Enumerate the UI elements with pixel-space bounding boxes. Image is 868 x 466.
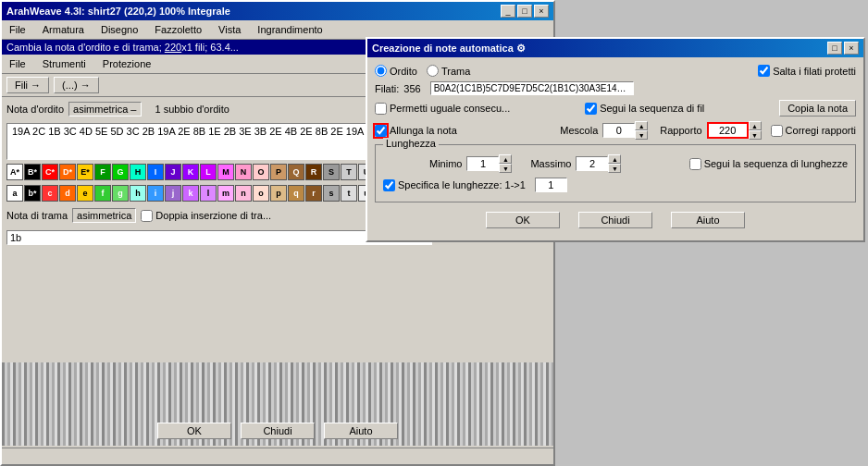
- salta-filati-checkbox[interactable]: [758, 65, 770, 77]
- dialog-title-bar: Creazione di note automatica ⚙ □ ×: [367, 39, 863, 57]
- specifica-label[interactable]: Specifica le lunghezze: 1->1: [383, 179, 526, 191]
- color-cell-lower[interactable]: p: [270, 185, 287, 202]
- color-cell-upper[interactable]: M: [217, 164, 234, 180]
- color-cell-lower[interactable]: l: [200, 185, 217, 202]
- rapporto-up-button[interactable]: ▲: [749, 121, 762, 130]
- minimo-down-button[interactable]: ▼: [499, 164, 512, 173]
- color-cell-upper[interactable]: H: [130, 164, 146, 180]
- dialog-chiudi-button[interactable]: Chiudi: [578, 212, 652, 228]
- corregi-checkbox[interactable]: [771, 125, 783, 137]
- minimo-input[interactable]: [466, 156, 499, 171]
- color-cell-lower[interactable]: e: [77, 185, 93, 202]
- color-cell-lower[interactable]: c: [42, 185, 58, 202]
- permetti-label[interactable]: Permetti uguale consecu...: [375, 103, 510, 115]
- permetti-checkbox[interactable]: [375, 103, 387, 115]
- allunga-checkbox[interactable]: [375, 125, 387, 137]
- color-cell-lower[interactable]: s: [323, 185, 340, 202]
- dialog-title-text-label: Creazione di note automatica: [372, 43, 514, 54]
- color-cell-lower[interactable]: r: [305, 185, 322, 202]
- color-cell-lower[interactable]: i: [147, 185, 164, 202]
- color-cell-lower[interactable]: h: [130, 185, 146, 202]
- color-cell-upper[interactable]: A*: [6, 164, 23, 180]
- aiuto-button-main[interactable]: Aiuto: [324, 423, 398, 439]
- color-cell-lower[interactable]: a: [6, 185, 23, 202]
- close-main-button[interactable]: ×: [534, 5, 549, 18]
- color-cell-upper[interactable]: P: [270, 164, 287, 180]
- allunga-label[interactable]: Allunga la nota: [375, 125, 457, 137]
- color-cell-upper[interactable]: S: [323, 164, 340, 180]
- status-bottom: [2, 448, 553, 464]
- color-cell-upper[interactable]: I: [147, 164, 164, 180]
- dialog-maximize-button[interactable]: □: [827, 42, 842, 55]
- copia-nota-button[interactable]: Copia la nota: [779, 100, 856, 116]
- color-cell-upper[interactable]: C*: [42, 164, 58, 180]
- menu-ingrandimento[interactable]: Ingrandimento: [254, 22, 326, 37]
- color-cell-upper[interactable]: T: [341, 164, 357, 180]
- color-cell-lower[interactable]: o: [253, 185, 269, 202]
- fili-button[interactable]: Fili →: [6, 77, 49, 93]
- maximize-button[interactable]: □: [517, 5, 532, 18]
- color-cell-lower[interactable]: m: [217, 185, 234, 202]
- dialog-aiuto-button[interactable]: Aiuto: [671, 212, 745, 228]
- color-cell-upper[interactable]: G: [112, 164, 129, 180]
- ok-button-main[interactable]: OK: [157, 423, 231, 439]
- color-cell-upper[interactable]: N: [235, 164, 252, 180]
- color-cell-lower[interactable]: j: [165, 185, 181, 202]
- menu-fazzoletto[interactable]: Fazzoletto: [151, 22, 205, 37]
- trama-radio-label[interactable]: Trama: [427, 65, 470, 77]
- color-cell-upper[interactable]: Q: [288, 164, 304, 180]
- dialog-row-1: Ordito Trama Salta i filati protetti: [375, 65, 856, 77]
- doppia-inserzione-checkbox[interactable]: [141, 210, 153, 222]
- color-cell-lower[interactable]: d: [59, 185, 76, 202]
- ordito-radio[interactable]: [375, 65, 387, 77]
- minimize-button[interactable]: _: [501, 5, 515, 18]
- trama-radio[interactable]: [427, 65, 439, 77]
- color-cell-upper[interactable]: R: [305, 164, 322, 180]
- color-cell-lower[interactable]: k: [182, 185, 199, 202]
- color-cell-upper[interactable]: K: [182, 164, 199, 180]
- ordito-radio-label[interactable]: Ordito: [375, 65, 417, 77]
- minimo-up-button[interactable]: ▲: [499, 154, 512, 164]
- color-cell-upper[interactable]: O: [253, 164, 269, 180]
- salta-filati-label[interactable]: Salta i filati protetti: [758, 65, 856, 77]
- segui-sequenza-checkbox[interactable]: [585, 103, 597, 115]
- color-cell-upper[interactable]: B*: [24, 164, 41, 180]
- segui-sequenza-label[interactable]: Segui la sequenza di fil: [585, 103, 704, 115]
- chiudi-button-main[interactable]: Chiudi: [241, 423, 315, 439]
- massimo-up-button[interactable]: ▲: [608, 154, 621, 164]
- color-cell-upper[interactable]: J: [165, 164, 181, 180]
- dialog-ok-button[interactable]: OK: [486, 212, 560, 228]
- mescola-input[interactable]: [602, 123, 635, 138]
- color-cell-lower[interactable]: q: [288, 185, 304, 202]
- dots-button[interactable]: (...) →: [54, 77, 99, 93]
- doppia-inserzione-label[interactable]: Doppia inserzione di tra...: [141, 210, 271, 222]
- specifica-input[interactable]: [535, 178, 567, 192]
- color-cell-lower[interactable]: t: [341, 185, 357, 202]
- menu-armatura[interactable]: Armatura: [39, 22, 88, 37]
- massimo-down-button[interactable]: ▼: [608, 164, 621, 173]
- color-cell-upper[interactable]: F: [94, 164, 111, 180]
- massimo-input[interactable]: [576, 156, 608, 171]
- color-cell-lower[interactable]: n: [235, 185, 252, 202]
- mescola-down-button[interactable]: ▼: [635, 130, 648, 140]
- corregi-label[interactable]: Corregi rapporti: [771, 125, 856, 137]
- menu-vista[interactable]: Vista: [215, 22, 244, 37]
- rapporto-input[interactable]: [707, 122, 749, 139]
- color-cell-upper[interactable]: E*: [77, 164, 93, 180]
- color-cell-lower[interactable]: b*: [24, 185, 41, 202]
- rapporto-down-button[interactable]: ▼: [749, 130, 762, 140]
- color-cell-lower[interactable]: g: [112, 185, 129, 202]
- color-cell-upper[interactable]: D*: [59, 164, 76, 180]
- menu-file[interactable]: File: [6, 22, 30, 37]
- sub-menu-file[interactable]: File: [6, 56, 30, 71]
- sub-menu-strumenti[interactable]: Strumenti: [39, 56, 90, 71]
- color-cell-upper[interactable]: L: [200, 164, 217, 180]
- segui-lunghezze-label[interactable]: Segui la sequenza di lunghezze: [689, 158, 848, 170]
- mescola-up-button[interactable]: ▲: [635, 121, 648, 130]
- dialog-close-button[interactable]: ×: [844, 42, 859, 55]
- color-cell-lower[interactable]: f: [94, 185, 111, 202]
- specifica-checkbox[interactable]: [383, 179, 395, 191]
- segui-lunghezze-checkbox[interactable]: [689, 158, 701, 170]
- menu-disegno[interactable]: Disegno: [97, 22, 142, 37]
- sub-menu-protezione[interactable]: Protezione: [99, 56, 155, 71]
